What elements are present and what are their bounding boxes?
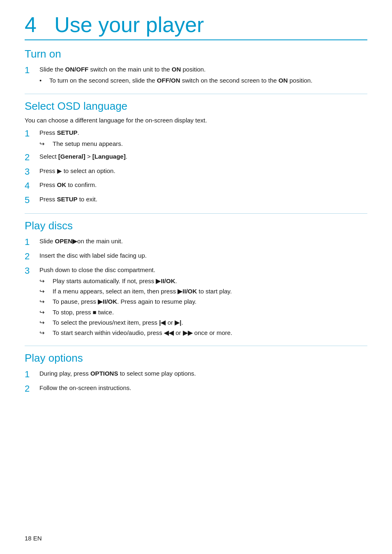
arrow-text: If a menu appears, select an item, then …: [53, 286, 232, 296]
arrow-text: To stop, press ■ twice.: [53, 307, 114, 317]
bullet-dot: •: [39, 76, 48, 85]
section-title-play-options: Play options: [25, 352, 367, 365]
list-item: 1 Slide OPEN▶on the main unit.: [25, 236, 367, 248]
list-item: 3 Press ▶ to select an option.: [25, 166, 367, 178]
step-content: Slide OPEN▶on the main unit.: [39, 236, 367, 246]
step-number: 1: [25, 128, 39, 140]
arrow-symbol: ↪: [39, 318, 51, 327]
section-divider-2: [25, 213, 367, 214]
step-number: 5: [25, 194, 39, 206]
step-content: Press ▶ to select an option.: [39, 166, 367, 175]
step-content: Press SETUP to exit.: [39, 194, 367, 204]
arrow-symbol: ↪: [39, 297, 51, 306]
sub-bullet-text: To turn on the second screen, slide the …: [49, 76, 312, 85]
section-intro-osd: You can choose a different language for …: [25, 117, 367, 124]
osd-list: 1 Press SETUP. ↪ The setup menu appears.…: [25, 128, 367, 206]
title-divider: [25, 39, 367, 40]
arrow-symbol: ↪: [39, 328, 51, 337]
sub-bullet-item: • To turn on the second screen, slide th…: [39, 76, 367, 85]
section-play-discs: Play discs 1 Slide OPEN▶on the main unit…: [25, 219, 367, 338]
arrow-text: To start search within video/audio, pres…: [53, 328, 232, 337]
list-item: 1 Press SETUP. ↪ The setup menu appears.: [25, 128, 367, 150]
turn-on-list: 1 Slide the ON/OFF switch on the main un…: [25, 65, 367, 86]
step-number: 1: [25, 369, 39, 381]
step-content: Slide the ON/OFF switch on the main unit…: [39, 65, 367, 86]
arrow-bullet-item: ↪ If a menu appears, select an item, the…: [39, 286, 367, 296]
section-divider-1: [25, 94, 367, 94]
arrow-text: Play starts automatically. If not, press…: [53, 276, 177, 286]
arrow-text: To select the previous/next item, press …: [53, 318, 183, 327]
step-number: 1: [25, 65, 39, 76]
arrow-symbol: ↪: [39, 307, 51, 317]
list-item: 1 During play, press OPTIONS to select s…: [25, 369, 367, 381]
arrow-bullet-list: ↪ Play starts automatically. If not, pre…: [39, 276, 367, 338]
section-divider-3: [25, 346, 367, 346]
list-item: 4 Press OK to confirm.: [25, 180, 367, 192]
step-content: Select [General] > [Language].: [39, 152, 367, 161]
page-title: 4 Use your player: [25, 12, 367, 37]
step-number: 4: [25, 180, 39, 192]
step-content: Press OK to confirm.: [39, 180, 367, 189]
sub-bullet-list: • To turn on the second screen, slide th…: [39, 76, 367, 85]
section-play-options: Play options 1 During play, press OPTION…: [25, 352, 367, 395]
chapter-title: Use your player: [54, 13, 204, 37]
arrow-symbol: ↪: [39, 276, 51, 286]
section-turn-on: Turn on 1 Slide the ON/OFF switch on the…: [25, 48, 367, 86]
arrow-symbol: ↪: [39, 286, 51, 296]
arrow-symbol: ↪: [39, 139, 51, 148]
page-footer: 18 EN: [25, 535, 42, 542]
step-number: 1: [25, 236, 39, 248]
list-item: 5 Press SETUP to exit.: [25, 194, 367, 206]
list-item: 2 Insert the disc with label side facing…: [25, 251, 367, 263]
list-item: 3 Push down to close the disc compartmen…: [25, 265, 367, 339]
list-item: 1 Slide the ON/OFF switch on the main un…: [25, 65, 367, 86]
step-content: Push down to close the disc compartment.…: [39, 265, 367, 339]
step-number: 3: [25, 166, 39, 178]
step-content: Follow the on-screen instructions.: [39, 383, 367, 392]
play-options-list: 1 During play, press OPTIONS to select s…: [25, 369, 367, 395]
step-number: 2: [25, 152, 39, 164]
arrow-text: To pause, press ▶II/OK. Press again to r…: [53, 297, 196, 306]
chapter-number: 4: [25, 13, 37, 37]
section-title-turn-on: Turn on: [25, 48, 367, 60]
arrow-bullet-item: ↪ Play starts automatically. If not, pre…: [39, 276, 367, 286]
play-discs-list: 1 Slide OPEN▶on the main unit. 2 Insert …: [25, 236, 367, 338]
step-content: During play, press OPTIONS to select som…: [39, 369, 367, 378]
arrow-bullet-item: ↪ The setup menu appears.: [39, 139, 367, 148]
arrow-text: The setup menu appears.: [53, 139, 123, 148]
arrow-bullet-item: ↪ To stop, press ■ twice.: [39, 307, 367, 317]
step-number: 2: [25, 251, 39, 263]
step-number: 2: [25, 383, 39, 395]
section-select-osd: Select OSD language You can choose a dif…: [25, 100, 367, 206]
arrow-bullet-item: ↪ To start search within video/audio, pr…: [39, 328, 367, 337]
list-item: 2 Select [General] > [Language].: [25, 152, 367, 164]
step-number: 3: [25, 265, 39, 277]
step-content: Press SETUP. ↪ The setup menu appears.: [39, 128, 367, 150]
section-title-osd: Select OSD language: [25, 100, 367, 113]
arrow-bullet-item: ↪ To select the previous/next item, pres…: [39, 318, 367, 327]
arrow-bullet-item: ↪ To pause, press ▶II/OK. Press again to…: [39, 297, 367, 306]
arrow-bullet-list: ↪ The setup menu appears.: [39, 139, 367, 148]
step-content: Insert the disc with label side facing u…: [39, 251, 367, 260]
section-title-play-discs: Play discs: [25, 219, 367, 232]
list-item: 2 Follow the on-screen instructions.: [25, 383, 367, 395]
